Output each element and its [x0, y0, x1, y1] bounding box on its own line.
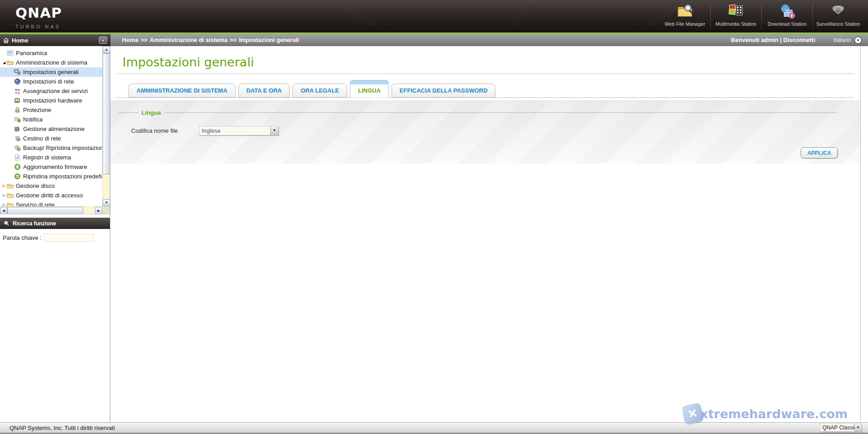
- qnap-logo: QNAP: [15, 5, 62, 21]
- tab-label: ORA LEGALE: [301, 87, 339, 94]
- tab-label: LINGUA: [358, 87, 381, 94]
- sidebar-item-notifica[interactable]: Notifica: [0, 115, 102, 124]
- sidebar-item-assegnazione-dei-servizi[interactable]: Assegnazione dei servizi: [0, 86, 102, 96]
- sidebar-item-impostazioni-di-rete[interactable]: Impostazioni di rete: [0, 77, 102, 86]
- footer: QNAP Systems, Inc. Tutti i diritti riser…: [0, 422, 868, 434]
- sidebar-collapse-button[interactable]: «: [99, 37, 107, 44]
- download-station-icon: [778, 3, 796, 20]
- folder-icon: [7, 192, 14, 199]
- sidebar-header: Home «: [0, 34, 110, 46]
- sidebar-item-servizio-di-rete[interactable]: ▷Servizio di rete: [0, 200, 102, 206]
- breadcrumb-separator: >>: [141, 37, 147, 43]
- sidebar-item-gestione-alimentazione[interactable]: Gestione alimentazione: [0, 124, 102, 134]
- tab-efficacia-della-password[interactable]: EFFICACIA DELLA PASSWORD: [392, 84, 496, 98]
- copyright-text: QNAP Systems, Inc. Tutti i diritti riser…: [9, 425, 115, 431]
- sidebar-item-panoramica[interactable]: Panoramica: [0, 48, 102, 58]
- sidebar-item-label: Notifica: [23, 116, 42, 123]
- horizontal-scrollbar[interactable]: ◀ ▶: [0, 206, 102, 214]
- folder-open-icon: [7, 59, 14, 66]
- sidebar-item-amministrazione-di-sistema[interactable]: ◢Amministrazione di sistema: [0, 58, 102, 67]
- station-label: Download Station: [768, 21, 807, 27]
- folder-icon: [7, 182, 14, 189]
- sidebar-item-gestione-disco[interactable]: ▷Gestione disco: [0, 181, 102, 191]
- overview-icon: [7, 50, 14, 56]
- lingua-fieldset: Lingua Codifica nome file Inglese ▼: [118, 109, 838, 135]
- scroll-down-button[interactable]: ▼: [103, 199, 110, 206]
- multimedia-station-icon: [727, 3, 745, 20]
- scroll-up-button[interactable]: ▲: [103, 46, 110, 53]
- security-icon: [14, 107, 21, 113]
- station-surveillance-station[interactable]: Surveillance Station: [813, 0, 863, 33]
- station-label: Surveillance Station: [816, 21, 860, 27]
- expand-node-icon[interactable]: ▷: [1, 184, 7, 188]
- sidebar-item-label: Backup/ Ripristina impostazioni: [23, 145, 102, 151]
- logout-link[interactable]: Disconnetti: [783, 37, 816, 43]
- right-gutter: [861, 46, 868, 422]
- sidebar-item-aggiornamento-firmware[interactable]: Aggiornamento firmware: [0, 162, 102, 172]
- vertical-scrollbar[interactable]: ▲ ▼: [102, 46, 110, 206]
- sidebar-item-label: Impostazioni di rete: [23, 78, 74, 85]
- station-download-station[interactable]: Download Station: [762, 0, 812, 33]
- search-panel-header: Ricerca funzione: [0, 218, 110, 229]
- chevron-down-icon[interactable]: ▼: [854, 37, 862, 44]
- breadcrumb-bar: Home>>Amministrazione di sistema>>Impost…: [110, 34, 868, 46]
- horizontal-scrollbar-thumb[interactable]: [7, 207, 83, 215]
- sidebar-item-impostazioni-hardware[interactable]: Impostazioni hardware: [0, 96, 102, 105]
- welcome-text: Benvenuti admin: [731, 37, 778, 43]
- restore-defaults-icon: [14, 173, 21, 180]
- sidebar-item-label: Gestione disco: [16, 182, 55, 189]
- tab-label: EFFICACIA DELLA PASSWORD: [400, 87, 488, 94]
- sidebar-item-gestione-diritti-di-accesso[interactable]: ▷Gestione diritti di accesso: [0, 191, 102, 200]
- language-label[interactable]: Italiano: [833, 37, 851, 43]
- welcome-area: Benvenuti admin | Disconnetti: [731, 37, 815, 43]
- sidebar-item-registri-di-sistema[interactable]: Registri di sistema: [0, 153, 102, 162]
- theme-select[interactable]: QNAP Classic ▼: [820, 424, 862, 432]
- brand: QNAP TURBO NAS: [0, 0, 62, 33]
- sidebar-item-label: Impostazioni generali: [23, 69, 79, 75]
- filename-encoding-select[interactable]: Inglese ▼: [199, 126, 278, 135]
- sidebar-item-protezione[interactable]: Protezione: [0, 105, 102, 115]
- filename-encoding-label: Codifica nome file: [131, 127, 199, 134]
- apply-button[interactable]: APPLICA: [801, 147, 838, 159]
- sidebar-item-label: Assegnazione dei servizi: [23, 88, 88, 94]
- scroll-right-button[interactable]: ▶: [95, 207, 102, 215]
- sidebar-item-backup-ripristina-impostazioni[interactable]: Backup/ Ripristina impostazioni: [0, 143, 102, 153]
- home-icon: [3, 37, 9, 44]
- search-icon: [4, 220, 9, 226]
- sidebar-item-ripristina-impostazioni-predefinite[interactable]: Ripristina impostazioni predefinite: [0, 172, 102, 181]
- breadcrumb-home[interactable]: Home: [122, 37, 138, 43]
- watermark: xtremehardware.com: [683, 404, 848, 423]
- vertical-scrollbar-thumb[interactable]: [103, 53, 110, 174]
- station-web-file-manager[interactable]: Web File Manager: [660, 0, 710, 33]
- keyword-input[interactable]: [44, 234, 94, 242]
- tab-amministrazione-di-sistema[interactable]: AMMINISTRAZIONE DI SISTEMA: [128, 84, 236, 98]
- sidebar-item-label: Protezione: [23, 107, 51, 113]
- main-panel: Impostazioni generali AMMINISTRAZIONE DI…: [110, 46, 861, 422]
- expand-node-icon[interactable]: ▷: [1, 203, 7, 206]
- breadcrumb-impostazioni-generali[interactable]: Impostazioni generali: [239, 37, 299, 43]
- welcome-divider: |: [780, 37, 782, 43]
- qnap-logo-subtitle: TURBO NAS: [15, 24, 62, 29]
- tab-label: DATA E ORA: [246, 87, 282, 94]
- hardware-icon: [14, 97, 21, 104]
- function-search-panel: Ricerca funzione Parola chiave :: [0, 218, 110, 242]
- select-arrow-icon[interactable]: ▼: [270, 126, 278, 135]
- backup-restore-icon: [14, 145, 21, 151]
- tab-data-e-ora[interactable]: DATA E ORA: [238, 84, 290, 98]
- sidebar-item-impostazioni-generali[interactable]: Impostazioni generali: [0, 67, 102, 77]
- sidebar-item-cestino-di-rete[interactable]: Cestino di rete: [0, 134, 102, 143]
- tab-ora-legale[interactable]: ORA LEGALE: [292, 84, 347, 98]
- station-shortcuts: Web File ManagerMultimedia StationDownlo…: [660, 0, 863, 33]
- function-tree: Panoramica◢Amministrazione di sistemaImp…: [0, 46, 110, 215]
- notification-icon: [14, 116, 21, 123]
- select-arrow-icon[interactable]: ▼: [854, 424, 861, 431]
- scroll-left-button[interactable]: ◀: [0, 207, 7, 215]
- surveillance-station-icon: [830, 3, 847, 20]
- sidebar-item-label: Gestione alimentazione: [23, 126, 85, 132]
- tab-lingua[interactable]: LINGUA: [350, 80, 389, 98]
- expand-node-icon[interactable]: ▷: [1, 193, 7, 197]
- station-multimedia-station[interactable]: Multimedia Station: [711, 0, 761, 33]
- breadcrumb-amministrazione-di-sistema[interactable]: Amministrazione di sistema: [150, 37, 227, 43]
- collapse-node-icon[interactable]: ◢: [1, 61, 7, 65]
- sidebar-item-label: Ripristina impostazioni predefinite: [23, 173, 102, 180]
